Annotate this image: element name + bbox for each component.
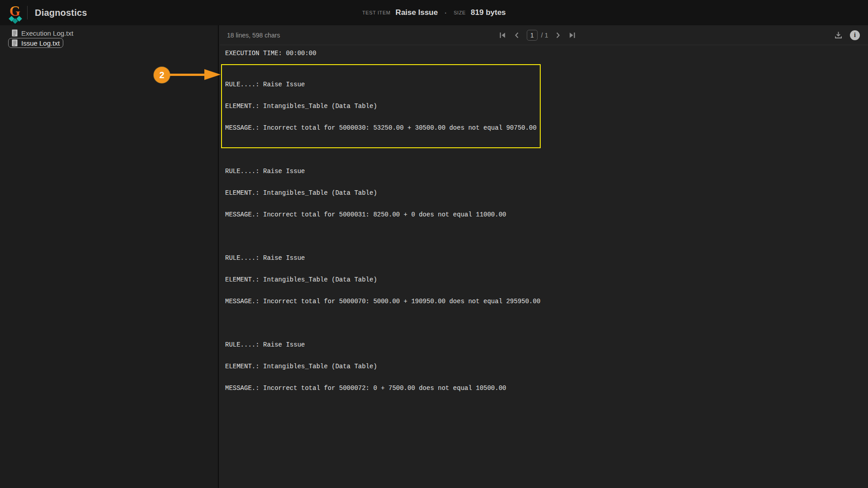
last-page-button[interactable]	[568, 31, 576, 39]
page-total: / 1	[541, 32, 548, 39]
first-page-button[interactable]	[498, 31, 507, 39]
log-rule-line: RULE....: Raise Issue	[225, 341, 506, 348]
download-button[interactable]	[834, 30, 843, 40]
file-name: Issue Log.txt	[21, 39, 60, 47]
meta-separator: ·	[444, 9, 447, 17]
log-entry: RULE....: Raise Issue ELEMENT.: Intangib…	[221, 238, 544, 322]
first-page-icon	[499, 32, 506, 38]
file-name: Execution Log.txt	[21, 29, 73, 37]
next-page-icon	[556, 32, 560, 38]
log-entry-highlighted: RULE....: Raise Issue ELEMENT.: Intangib…	[221, 64, 541, 148]
previous-page-icon	[514, 32, 519, 38]
log-content: EXECUTION TIME: 00:00:00 RULE....: Raise…	[220, 45, 868, 416]
log-entry: RULE....: Raise Issue ELEMENT.: Intangib…	[221, 151, 510, 235]
logo-diamonds-icon	[8, 16, 24, 23]
log-rule-line: RULE....: Raise Issue	[225, 254, 540, 262]
info-icon: i	[850, 30, 860, 40]
page-title: Diagnostics	[35, 8, 87, 18]
execution-time-line: EXECUTION TIME: 00:00:00	[225, 50, 863, 57]
log-element-line: ELEMENT.: Intangibles_Table (Data Table)	[225, 189, 506, 197]
test-item-value: Raise Issue	[396, 8, 438, 17]
sidebar-item-execution-log[interactable]: Execution Log.txt	[8, 28, 77, 38]
log-message-line: MESSAGE.: Incorrect total for 5000031: 8…	[225, 211, 506, 218]
info-button[interactable]: i	[850, 30, 860, 40]
header-divider	[27, 6, 28, 19]
log-message-line: MESSAGE.: Incorrect total for 5000030: 5…	[225, 124, 537, 131]
toolbar-actions: i	[834, 30, 860, 40]
page-number-input[interactable]	[527, 30, 538, 41]
test-item-label: TEST ITEM	[362, 10, 391, 15]
log-message-line: MESSAGE.: Incorrect total for 5000070: 5…	[225, 298, 540, 305]
file-stats: 18 lines, 598 chars	[227, 32, 280, 39]
log-rule-line: RULE....: Raise Issue	[225, 81, 537, 88]
log-message-line: MESSAGE.: Incorrect total for 5000072: 0…	[225, 385, 506, 392]
log-element-line: ELEMENT.: Intangibles_Table (Data Table)	[225, 103, 537, 110]
app-logo-icon: G	[6, 2, 24, 23]
pagination-controls: / 1	[498, 30, 577, 41]
log-viewer-panel: 18 lines, 598 chars / 1	[220, 25, 868, 488]
log-rule-line: RULE....: Raise Issue	[225, 168, 506, 175]
download-icon	[834, 30, 843, 40]
sidebar-item-issue-log[interactable]: Issue Log.txt	[8, 38, 63, 48]
viewer-toolbar: 18 lines, 598 chars / 1	[220, 25, 868, 45]
file-text-icon	[12, 39, 18, 47]
size-label: SIZE	[453, 10, 466, 15]
log-entry: RULE....: Raise Issue ELEMENT.: Intangib…	[221, 324, 510, 408]
test-item-meta: TEST ITEM Raise Issue · SIZE 819 bytes	[362, 8, 506, 17]
file-list-sidebar: Execution Log.txt Issue Log.txt	[0, 25, 219, 488]
last-page-icon	[569, 32, 576, 38]
next-page-button[interactable]	[555, 31, 561, 39]
log-element-line: ELEMENT.: Intangibles_Table (Data Table)	[225, 276, 540, 283]
file-text-icon	[12, 29, 18, 37]
size-value: 819 bytes	[471, 8, 506, 17]
header: G Diagnostics TEST ITEM Raise Issue · SI…	[0, 0, 868, 25]
previous-page-button[interactable]	[514, 31, 520, 39]
log-element-line: ELEMENT.: Intangibles_Table (Data Table)	[225, 363, 506, 370]
